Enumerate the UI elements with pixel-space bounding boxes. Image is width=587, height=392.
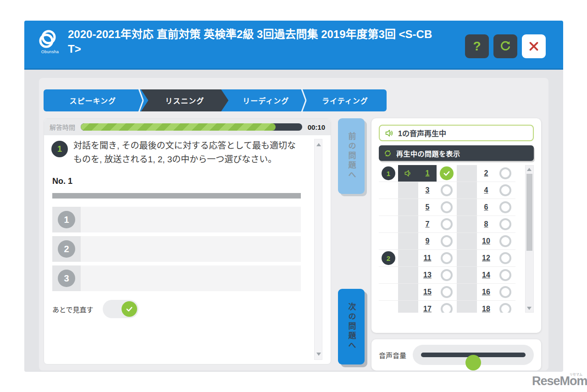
volume-track[interactable] <box>421 353 526 357</box>
grid-row: 3 4 <box>379 182 515 199</box>
question-link-14[interactable]: 14 <box>482 271 490 279</box>
question-link-10[interactable]: 10 <box>482 237 490 245</box>
speaker-cell <box>457 301 477 313</box>
speaker-cell <box>398 301 418 313</box>
audio-placeholder-bar <box>52 193 301 199</box>
toggle-knob <box>122 301 137 317</box>
scroll-down-icon[interactable] <box>527 307 532 310</box>
question-link-cell: 11 <box>418 250 437 266</box>
question-link-2[interactable]: 2 <box>484 169 488 177</box>
question-link-5[interactable]: 5 <box>426 203 430 211</box>
question-grid: 1 <box>379 165 534 313</box>
speaker-cell <box>398 182 418 199</box>
answer-status-cell <box>437 301 457 313</box>
grid-row: 13 14 <box>379 267 515 284</box>
question-link-16[interactable]: 16 <box>482 288 490 296</box>
answer-status-cell <box>495 216 515 232</box>
tab-speaking[interactable]: スピーキング <box>44 89 142 111</box>
window-title: 2020-2021年対応 直前対策 英検準2級 3回過去問集 2019年度第3回… <box>68 27 449 56</box>
question-link-cell: 17 <box>418 301 437 313</box>
section-badge: 2 <box>382 251 395 265</box>
question-link-6[interactable]: 6 <box>484 203 488 211</box>
question-link-cell: 8 <box>477 216 495 232</box>
speaker-cell <box>457 199 477 215</box>
question-link-1[interactable]: 1 <box>426 169 430 177</box>
question-link-13[interactable]: 13 <box>423 271 432 279</box>
question-link-17[interactable]: 17 <box>423 305 432 313</box>
answer-status-cell <box>437 199 457 215</box>
obunsha-logo: Obunsha <box>36 29 64 54</box>
answer-status-cell <box>437 216 457 232</box>
unanswered-circle <box>441 218 453 230</box>
answer-status-cell <box>437 284 457 300</box>
answer-status-cell <box>437 267 457 283</box>
answer-status-cell <box>495 301 515 313</box>
app-window: Obunsha 2020-2021年対応 直前対策 英検準2級 3回過去問集 2… <box>24 21 563 372</box>
unanswered-circle <box>499 286 511 298</box>
unanswered-circle <box>441 201 453 213</box>
question-link-4[interactable]: 4 <box>484 186 488 194</box>
section-tabs: スピーキング リスニング リーディング ライティング <box>44 89 387 111</box>
question-link-7[interactable]: 7 <box>426 220 430 228</box>
app-body: スピーキング リスニング リーディング ライティング 解答時間 00:10 <box>24 70 563 372</box>
question-link-cell: 4 <box>477 182 495 199</box>
question-link-12[interactable]: 12 <box>482 254 490 262</box>
question-link-11[interactable]: 11 <box>424 254 432 262</box>
window-title-line1: 2020-2021年対応 直前対策 英検準2級 3回過去問集 2019年度第3回… <box>68 27 449 42</box>
show-playing-question-button[interactable]: 再生中の問題を表示 <box>379 145 534 161</box>
unanswered-circle <box>441 269 453 281</box>
question-link-8[interactable]: 8 <box>484 220 488 228</box>
question-link-15[interactable]: 15 <box>423 288 432 296</box>
tab-writing[interactable]: ライティング <box>304 89 387 111</box>
watermark-ruby: リセマム <box>570 372 582 376</box>
unanswered-circle <box>499 218 511 230</box>
review-later-toggle[interactable] <box>103 300 138 318</box>
refresh-button[interactable] <box>493 34 517 58</box>
choice-row-1[interactable]: 1 <box>52 207 301 232</box>
scrollbar-thumb[interactable] <box>526 174 532 251</box>
next-question-button[interactable]: 次の問題へ <box>338 289 365 364</box>
question-link-9[interactable]: 9 <box>426 237 430 245</box>
tab-listening-active[interactable]: リスニング <box>141 89 228 111</box>
close-button[interactable] <box>522 34 546 58</box>
resemom-watermark: リセマム ReseMom. <box>532 374 585 388</box>
scroll-up-icon[interactable] <box>527 168 532 171</box>
question-link-cell: 3 <box>418 182 437 199</box>
answer-status-cell <box>437 233 457 249</box>
choice-row-3[interactable]: 3 <box>52 265 301 291</box>
audio-status-text: 1の音声再生中 <box>398 127 446 138</box>
timer-label: 解答時間 <box>50 122 75 132</box>
answer-status-cell <box>437 182 457 199</box>
question-list-panel: 1の音声再生中 再生中の問題を表示 <box>371 118 541 333</box>
app-header: Obunsha 2020-2021年対応 直前対策 英検準2級 3回過去問集 2… <box>24 21 563 70</box>
question-link-18[interactable]: 18 <box>482 305 490 313</box>
speaker-icon <box>384 128 394 138</box>
help-button[interactable]: ? <box>465 34 489 58</box>
section-badge-cell <box>379 233 398 249</box>
audio-status-box: 1の音声再生中 <box>379 125 534 141</box>
scroll-down-icon[interactable] <box>316 353 321 356</box>
prev-question-button[interactable]: 前の問題へ <box>338 118 365 194</box>
question-link-3[interactable]: 3 <box>426 186 430 194</box>
section-badge-cell <box>379 216 398 232</box>
question-link-cell: 6 <box>477 199 495 215</box>
choice-row-2[interactable]: 2 <box>52 236 301 262</box>
question-link-cell: 18 <box>477 301 495 313</box>
grid-scrollbar[interactable] <box>525 165 534 313</box>
choice-number: 3 <box>58 270 75 287</box>
page: Obunsha 2020-2021年対応 直前対策 英検準2級 3回過去問集 2… <box>0 0 587 392</box>
question-scrollbar[interactable] <box>314 139 322 360</box>
answer-timer: 解答時間 00:10 <box>44 119 331 135</box>
question-link-cell: 14 <box>477 267 495 283</box>
answer-status-cell <box>437 250 457 266</box>
choice-body <box>81 236 301 262</box>
volume-thumb[interactable] <box>465 355 481 370</box>
tab-reading[interactable]: リーディング <box>228 89 304 111</box>
choice-number: 1 <box>58 211 75 228</box>
question-link-cell: 12 <box>477 250 495 266</box>
scroll-up-icon[interactable] <box>316 143 321 146</box>
unanswered-circle <box>499 303 511 313</box>
answer-status-cell <box>437 165 457 182</box>
unanswered-circle <box>441 184 453 196</box>
volume-slider[interactable] <box>413 345 534 365</box>
